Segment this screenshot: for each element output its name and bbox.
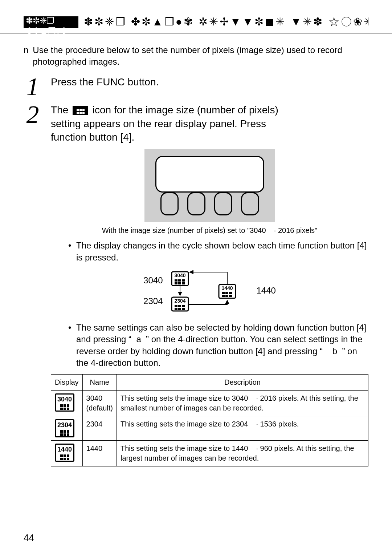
function-button-3 [214, 192, 232, 215]
svg-text:1440: 1440 [221, 285, 233, 291]
page-header: ✽✼❈❐ ✤✼▲❐●✾ ✽✼❈❐ ✤✼▲❐●✾ ✲✳✢▼▼✼◼✳ ▼✳✽ ☆〇❀… [0, 0, 392, 33]
bullet-2-text: The same settings can also be selected b… [76, 322, 368, 369]
svg-rect-3 [178, 279, 181, 282]
svg-rect-10 [175, 305, 177, 307]
step-2: 2 The icon for the image size (number of… [24, 103, 368, 466]
cell-description: This setting sets the image size to 3040… [117, 390, 368, 416]
step2-line2: setting appears on the rear display pane… [51, 118, 266, 129]
table-row: 23042304This setting sets the image size… [51, 416, 368, 440]
intro-paragraph: n Use the procedure below to set the num… [24, 44, 368, 68]
svg-rect-19 [225, 292, 228, 294]
rear-screen [155, 156, 264, 193]
svg-rect-11 [178, 305, 181, 307]
cell-name: 3040(default) [82, 390, 117, 416]
step-1-text: Press the FUNC button. [51, 75, 368, 98]
th-name: Name [82, 374, 117, 390]
svg-rect-20 [229, 292, 232, 294]
page-number: 44 [24, 532, 34, 543]
svg-rect-18 [222, 292, 225, 294]
svg-rect-22 [225, 295, 228, 297]
step-number-2: 2 [24, 103, 42, 466]
th-description: Description [117, 374, 368, 390]
display-chip: 3040 [55, 393, 74, 412]
cell-description: This setting sets the image size to 1440… [117, 440, 368, 466]
svg-text:2304: 2304 [174, 298, 185, 304]
display-chip: 1440 [55, 444, 74, 462]
step-2-text: The icon for the image size (number of p… [51, 103, 368, 466]
step2-line3: function button [4]. [51, 132, 134, 143]
svg-rect-12 [182, 305, 185, 307]
settings-table: Display Name Description 30403040(defaul… [51, 374, 368, 466]
svg-rect-15 [182, 308, 185, 310]
intro-text: Use the procedure below to set the numbe… [33, 44, 368, 68]
cell-display: 2304 [51, 416, 83, 440]
function-button-1 [160, 192, 179, 215]
svg-text:3040: 3040 [174, 272, 185, 278]
svg-rect-21 [222, 295, 225, 297]
panel-caption: With the image size (number of pixels) s… [51, 226, 368, 235]
function-button-4 [241, 192, 259, 215]
display-chip: 2304 [55, 419, 74, 437]
table-row: 30403040(default)This setting sets the i… [51, 390, 368, 416]
step2-post1: icon for the image size (number of pixel… [93, 104, 278, 116]
svg-rect-23 [229, 295, 232, 297]
svg-rect-2 [175, 279, 177, 282]
cycle-label-2304: 2304 [143, 291, 163, 312]
cycle-label-1440: 1440 [257, 285, 276, 296]
rear-display-panel-figure [144, 149, 275, 222]
th-display: Display [51, 374, 83, 390]
bullet-1: • The display changes in the cycle shown… [68, 240, 368, 263]
step-number-1: 1 [24, 75, 42, 98]
cell-display: 1440 [51, 440, 83, 466]
svg-rect-5 [175, 282, 177, 284]
header-symbols: ✽✼❈❐ ✤✼▲❐●✾ ✲✳✢▼▼✼◼✳ ▼✳✽ ☆〇❀✳✽ ✳✼▮✽ ✢✯◆〇… [84, 15, 368, 29]
image-size-icon [73, 106, 88, 115]
bullet-1-text: The display changes in the cycle shown b… [76, 240, 368, 263]
intro-bullet-mark: n [24, 44, 28, 68]
svg-rect-7 [182, 282, 185, 284]
cell-display: 3040 [51, 390, 83, 416]
svg-rect-14 [178, 308, 181, 310]
header-black-block: ✽✼❈❐ ✤✼▲❐●✾ [24, 16, 78, 28]
cell-name: 1440 [82, 440, 117, 466]
cycle-label-3040: 3040 [143, 270, 163, 291]
step-1: 1 Press the FUNC button. [24, 75, 368, 98]
cycle-diagram-row: 3040 2304 3040 2304 [51, 266, 368, 315]
svg-rect-13 [175, 308, 177, 310]
svg-rect-4 [182, 279, 185, 282]
cell-name: 2304 [82, 416, 117, 440]
table-row: 14401440This setting sets the image size… [51, 440, 368, 466]
step2-pre: The [51, 104, 68, 116]
bullet-2: • The same settings can also be selected… [68, 322, 368, 369]
cell-description: This setting sets the image size to 2304… [117, 416, 368, 440]
function-button-2 [187, 192, 205, 215]
svg-rect-6 [178, 282, 181, 284]
cycle-diagram-svg: 3040 2304 1440 [168, 266, 252, 315]
